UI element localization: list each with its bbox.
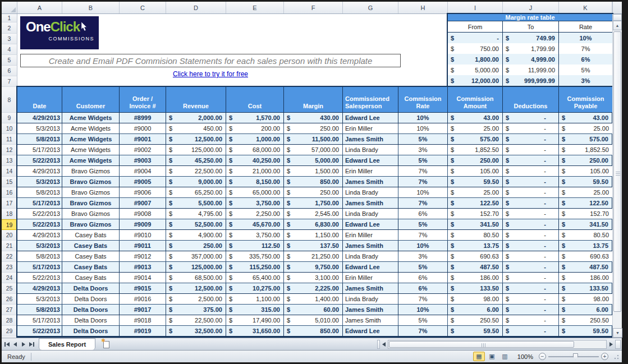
cell-date[interactable]: 5/22/2013 bbox=[17, 155, 62, 165]
cell-salesperson[interactable]: Erin Miller bbox=[343, 230, 398, 240]
header-cost[interactable]: Cost bbox=[226, 87, 284, 112]
cell-date[interactable]: 5/17/2013 bbox=[17, 262, 62, 272]
cell-deductions[interactable]: $- bbox=[503, 241, 559, 251]
cell-revenue[interactable]: $12,500.00 bbox=[166, 283, 226, 293]
cell-commission-amount[interactable]: $186.00 bbox=[448, 273, 503, 283]
split-handle-horizontal[interactable] bbox=[615, 340, 621, 349]
cell-deductions[interactable]: $- bbox=[503, 166, 559, 176]
cell-salesperson[interactable]: Linda Brady bbox=[343, 209, 398, 219]
cell-commission-rate[interactable]: 6% bbox=[398, 273, 448, 283]
cell-commission-amount[interactable]: $59.50 bbox=[448, 326, 503, 336]
cell-commission-amount[interactable]: $250.00 bbox=[448, 155, 503, 165]
row-header[interactable]: 25 bbox=[2, 283, 17, 294]
cell-customer[interactable]: Acme Widgets bbox=[62, 113, 120, 123]
cell-revenue[interactable]: $45,250.00 bbox=[166, 155, 226, 165]
cell-commission-rate[interactable]: 7% bbox=[398, 198, 448, 208]
cell-revenue[interactable]: $2,000.00 bbox=[166, 113, 226, 123]
cell-margin[interactable]: $60.00 bbox=[284, 305, 343, 315]
row-header[interactable]: 2 bbox=[2, 22, 17, 34]
cell-commission-amount[interactable]: $133.50 bbox=[448, 283, 503, 293]
cell-customer[interactable]: Delta Doors bbox=[62, 305, 120, 315]
cell-order-invoice[interactable]: #9016 bbox=[120, 294, 166, 304]
cell-order-invoice[interactable]: #9002 bbox=[120, 145, 166, 155]
cell-commission-rate[interactable]: 5% bbox=[398, 134, 448, 144]
column-header-g[interactable]: G bbox=[343, 2, 398, 13]
row-header[interactable]: 28 bbox=[2, 315, 17, 326]
cell-order-invoice[interactable]: #9019 bbox=[120, 326, 166, 336]
cell-order-invoice[interactable]: #9011 bbox=[120, 241, 166, 251]
cell-deductions[interactable]: $- bbox=[503, 145, 559, 155]
cell-commission-amount[interactable]: $25.00 bbox=[448, 187, 503, 197]
cell-commission-rate[interactable]: 7% bbox=[398, 326, 448, 336]
row-header[interactable]: 19 bbox=[2, 219, 17, 230]
cell-cost[interactable]: $31,650.00 bbox=[226, 326, 284, 336]
header-customer[interactable]: Customer bbox=[62, 87, 120, 112]
row-header[interactable]: 4 bbox=[2, 44, 17, 55]
cell-date[interactable]: 5/17/2013 bbox=[17, 198, 62, 208]
last-sheet-button[interactable] bbox=[28, 340, 35, 349]
page-break-view-button[interactable]: ▥ bbox=[499, 352, 511, 361]
cell-cost[interactable]: $2,250.00 bbox=[226, 209, 284, 219]
cell-customer[interactable]: Delta Doors bbox=[62, 283, 120, 293]
page-layout-view-button[interactable]: ▣ bbox=[486, 352, 498, 361]
cell-margin[interactable]: $250.00 bbox=[284, 123, 343, 133]
cell-customer[interactable]: Casey Bats bbox=[62, 241, 120, 251]
cell-commission-amount[interactable]: $59.50 bbox=[448, 177, 503, 187]
cell-commission-rate[interactable]: 6% bbox=[398, 209, 448, 219]
row-header[interactable]: 10 bbox=[2, 123, 17, 134]
cell-revenue[interactable]: $22,500.00 bbox=[166, 315, 226, 325]
cell-commission-payable[interactable]: $59.50 bbox=[559, 177, 612, 187]
cell-commission-amount[interactable]: $80.50 bbox=[448, 230, 503, 240]
cell-revenue[interactable]: $12,500.00 bbox=[166, 134, 226, 144]
cell-date[interactable]: 5/8/2013 bbox=[17, 187, 62, 197]
cell-commission-rate[interactable]: 5% bbox=[398, 315, 448, 325]
cell-order-invoice[interactable]: #9007 bbox=[120, 198, 166, 208]
vertical-scrollbar[interactable]: ▲ ▼ bbox=[612, 14, 622, 338]
zoom-in-button[interactable]: + bbox=[601, 353, 608, 360]
cell-revenue[interactable]: $52,500.00 bbox=[166, 219, 226, 229]
cell-order-invoice[interactable]: #8999 bbox=[120, 113, 166, 123]
cell-margin[interactable]: $250.00 bbox=[284, 187, 343, 197]
zoom-level[interactable]: 100% bbox=[517, 353, 533, 360]
cell-date[interactable]: 4/29/2013 bbox=[17, 113, 62, 123]
cell-date[interactable]: 5/3/2013 bbox=[17, 177, 62, 187]
cell-commission-rate[interactable]: 3% bbox=[398, 251, 448, 261]
cell-commission-amount[interactable]: $487.50 bbox=[448, 262, 503, 272]
cell-deductions[interactable]: $- bbox=[503, 123, 559, 133]
cell-commission-amount[interactable]: $98.00 bbox=[448, 294, 503, 304]
cell-deductions[interactable]: $- bbox=[503, 262, 559, 272]
cell-deductions[interactable]: $- bbox=[503, 113, 559, 123]
cell-deductions[interactable]: $- bbox=[503, 251, 559, 261]
column-header-d[interactable]: D bbox=[166, 2, 226, 13]
cell-commission-rate[interactable]: 7% bbox=[398, 294, 448, 304]
cell-margin[interactable]: $1,500.00 bbox=[284, 166, 343, 176]
zoom-slider[interactable] bbox=[548, 356, 599, 357]
cell-commission-amount[interactable]: $152.70 bbox=[448, 209, 503, 219]
cell-commission-payable[interactable]: $80.50 bbox=[559, 230, 612, 240]
cell-customer[interactable]: Delta Doors bbox=[62, 315, 120, 325]
cell-commission-amount[interactable]: $250.50 bbox=[448, 315, 503, 325]
cell-date[interactable]: 5/3/2013 bbox=[17, 294, 62, 304]
cell-salesperson[interactable]: Erin Miller bbox=[343, 123, 398, 133]
row-header[interactable]: 1 bbox=[2, 14, 17, 22]
row-header[interactable]: 7 bbox=[2, 76, 17, 87]
cell-commission-payable[interactable]: $25.00 bbox=[559, 187, 612, 197]
cell-cost[interactable]: $1,570.00 bbox=[226, 113, 284, 123]
cell-commission-payable[interactable]: $1,852.50 bbox=[559, 145, 612, 155]
cell-to[interactable]: $999,999.99 bbox=[503, 75, 559, 86]
cell-customer[interactable]: Acme Widgets bbox=[62, 145, 120, 155]
cell-revenue[interactable]: $9,000.00 bbox=[166, 177, 226, 187]
cell-cost[interactable]: $315.00 bbox=[226, 305, 284, 315]
cell-salesperson[interactable]: James Smith bbox=[343, 315, 398, 325]
cell-cost[interactable]: $65,400.00 bbox=[226, 273, 284, 283]
row-header[interactable]: 16 bbox=[2, 187, 17, 198]
cell-commission-payable[interactable]: $98.00 bbox=[559, 294, 612, 304]
cell-to[interactable]: $1,799.99 bbox=[503, 43, 559, 54]
cell-commission-payable[interactable]: $575.00 bbox=[559, 134, 612, 144]
column-header-c[interactable]: C bbox=[120, 2, 166, 13]
cell-revenue[interactable]: $22,500.00 bbox=[166, 166, 226, 176]
cell-deductions[interactable]: $- bbox=[503, 177, 559, 187]
cell-cost[interactable]: $65,000.00 bbox=[226, 187, 284, 197]
cell-salesperson[interactable]: Edward Lee bbox=[343, 113, 398, 123]
cell-salesperson[interactable]: James Smith bbox=[343, 177, 398, 187]
